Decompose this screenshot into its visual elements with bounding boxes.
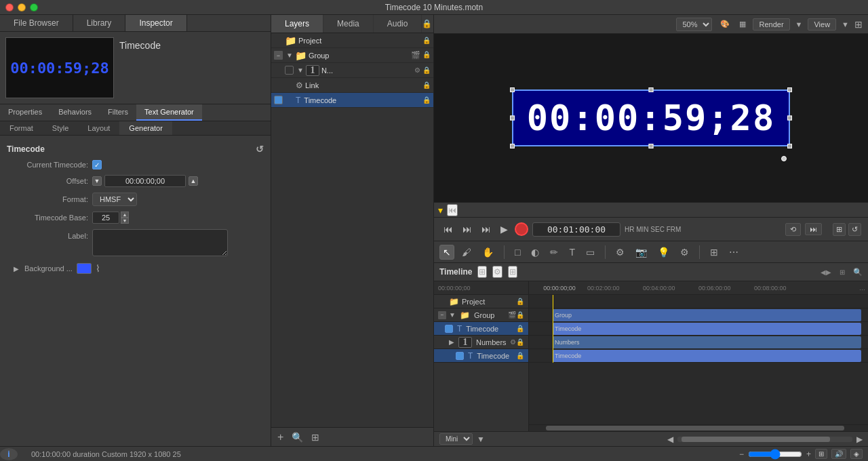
timeline-zoom-button[interactable]: 🔍 bbox=[853, 268, 863, 277]
tab-inspector[interactable]: Inspector bbox=[125, 15, 186, 31]
clip-row-numbers[interactable]: Numbers bbox=[529, 336, 868, 349]
clip-group[interactable]: Group bbox=[553, 309, 861, 321]
tab-file-browser[interactable]: File Browser bbox=[0, 15, 73, 31]
render-arrow[interactable]: ▼ bbox=[795, 20, 803, 28]
tree-row-project[interactable]: 📁 Project 🔒 bbox=[271, 33, 433, 48]
tree-row-link[interactable]: ⚙ Link 🔒 bbox=[271, 78, 433, 93]
clip-row-group[interactable]: Group bbox=[529, 308, 868, 322]
tree-row-group[interactable]: − ▼ 📁 Group 🎬 🔒 bbox=[271, 48, 433, 63]
fullscreen-btn[interactable]: ⊞ bbox=[833, 223, 846, 236]
tab-behaviors[interactable]: Behaviors bbox=[50, 104, 100, 121]
view-arrow[interactable]: ▼ bbox=[842, 20, 849, 28]
info-button[interactable]: i bbox=[0, 448, 18, 460]
fullscreen-icon[interactable]: ⊞ bbox=[854, 19, 863, 30]
mini-arrow-icon[interactable]: ▼ bbox=[477, 435, 485, 444]
step-forward-button[interactable]: ⏭ bbox=[479, 222, 494, 236]
tab-properties[interactable]: Properties bbox=[0, 104, 50, 121]
subtab-layout[interactable]: Layout bbox=[78, 121, 119, 135]
tree-row-timecode[interactable]: T Timecode 🔒 bbox=[271, 93, 433, 108]
handle-tr[interactable] bbox=[787, 87, 792, 92]
timeline-minimap-thumb[interactable] bbox=[682, 437, 830, 442]
timeline-settings-btn[interactable]: ⊞ bbox=[477, 266, 487, 278]
format-select[interactable]: HMSF bbox=[92, 193, 137, 206]
refresh-btn[interactable]: ↺ bbox=[848, 223, 861, 236]
handle-bl[interactable] bbox=[510, 144, 515, 148]
zoom-in-icon[interactable]: + bbox=[806, 449, 811, 459]
offset-up[interactable]: ▲ bbox=[189, 176, 198, 186]
tree-row-numbers[interactable]: ▼ 1 N... ⚙ 🔒 bbox=[271, 63, 433, 78]
handle-tm[interactable] bbox=[649, 87, 654, 92]
light-tool[interactable]: 💡 bbox=[654, 245, 673, 260]
fit-button[interactable]: ⊞ bbox=[815, 449, 827, 459]
mini-zoom-select[interactable]: Mini bbox=[439, 433, 473, 445]
offset-input[interactable] bbox=[104, 175, 186, 187]
tab-library[interactable]: Library bbox=[73, 15, 126, 31]
play-button[interactable]: ▶ bbox=[498, 222, 511, 236]
subtab-generator[interactable]: Generator bbox=[119, 121, 172, 135]
tl-group-minus[interactable]: − bbox=[438, 311, 446, 319]
timeline-expand-btn[interactable]: ⊞ bbox=[508, 266, 517, 278]
zoom-slider[interactable] bbox=[748, 449, 802, 460]
mask-tool[interactable]: ▭ bbox=[583, 245, 598, 260]
step-back-button[interactable]: ⏭ bbox=[460, 222, 475, 236]
reset-button[interactable]: ↺ bbox=[256, 144, 264, 155]
tab-text-generator[interactable]: Text Generator bbox=[136, 104, 202, 121]
tl-timecode1-check[interactable] bbox=[445, 325, 453, 333]
grid-tool[interactable]: ⊞ bbox=[707, 245, 722, 260]
tab-audio[interactable]: Audio bbox=[374, 15, 422, 33]
grid-button[interactable]: ⊞ bbox=[309, 430, 321, 444]
zoom-out-icon[interactable]: − bbox=[739, 449, 744, 459]
timecode-checkbox[interactable] bbox=[274, 96, 283, 104]
more-tool[interactable]: ⋯ bbox=[726, 245, 742, 260]
handle-tl[interactable] bbox=[510, 87, 515, 92]
gradient-tool[interactable]: ◐ bbox=[528, 245, 542, 260]
group-minus-icon[interactable]: − bbox=[274, 51, 283, 60]
timeline-left-scroll[interactable]: ◀ bbox=[667, 435, 673, 444]
tab-filters[interactable]: Filters bbox=[100, 104, 136, 121]
eyedropper-icon[interactable]: ⌇ bbox=[96, 263, 100, 274]
maximize-button[interactable] bbox=[30, 3, 38, 12]
background-color-swatch[interactable] bbox=[77, 263, 92, 274]
group-expand-arrow[interactable]: ▼ bbox=[286, 52, 293, 59]
anchor-point[interactable] bbox=[781, 156, 787, 161]
tab-media[interactable]: Media bbox=[323, 15, 374, 33]
appearance-button[interactable]: ◈ bbox=[850, 449, 863, 459]
handle-ml[interactable] bbox=[510, 116, 515, 121]
clip-row-timecode2[interactable]: Timecode bbox=[529, 349, 868, 363]
clip-numbers[interactable]: Numbers bbox=[553, 336, 861, 348]
zoom-in-button[interactable]: 🔍 bbox=[290, 430, 305, 444]
timeline-link-btn[interactable]: ⚙ bbox=[492, 266, 502, 278]
shape-tool[interactable]: □ bbox=[511, 245, 524, 260]
handle-bm[interactable] bbox=[649, 144, 654, 148]
minimize-button[interactable] bbox=[18, 3, 26, 12]
window-controls[interactable] bbox=[5, 3, 38, 12]
rig-tool[interactable]: ⚙ bbox=[612, 245, 628, 260]
current-timecode-checkbox[interactable]: ✓ bbox=[92, 160, 102, 169]
skip-forward-button[interactable]: ⏭ bbox=[805, 223, 822, 235]
timeline-right-scroll[interactable]: ▶ bbox=[856, 435, 863, 444]
timeline-scroll-thumb[interactable] bbox=[546, 426, 844, 430]
timecode-base-stepper[interactable]: ▲ ▼ bbox=[121, 212, 129, 224]
render-button[interactable]: Render bbox=[753, 18, 789, 31]
timeline-scrollbar[interactable] bbox=[529, 424, 868, 431]
view-button[interactable]: View bbox=[808, 18, 836, 31]
select-tool[interactable]: ↖ bbox=[439, 245, 454, 260]
subtab-format[interactable]: Format bbox=[0, 121, 43, 135]
add-layer-button[interactable]: + bbox=[275, 430, 285, 445]
audio-button[interactable]: 🔊 bbox=[831, 449, 846, 459]
settings-tool[interactable]: ⚙ bbox=[677, 245, 692, 260]
color-mode-icon[interactable]: 🎨 bbox=[720, 20, 730, 28]
subtab-style[interactable]: Style bbox=[43, 121, 78, 135]
tab-layers[interactable]: Layers bbox=[271, 15, 323, 33]
text-tool[interactable]: T bbox=[566, 245, 578, 260]
step-down[interactable]: ▼ bbox=[121, 218, 129, 224]
step-up[interactable]: ▲ bbox=[121, 212, 129, 218]
timeline-minimap[interactable] bbox=[677, 437, 852, 442]
color-space-icon[interactable]: ▦ bbox=[739, 20, 746, 28]
clip-timecode2[interactable]: Timecode bbox=[553, 350, 861, 362]
play-backward-button[interactable]: ⏮ bbox=[447, 204, 458, 216]
handle-mr[interactable] bbox=[787, 116, 792, 121]
numbers-expand[interactable]: ▼ bbox=[297, 66, 304, 74]
label-textarea[interactable] bbox=[92, 229, 228, 256]
handle-br[interactable] bbox=[787, 144, 792, 148]
